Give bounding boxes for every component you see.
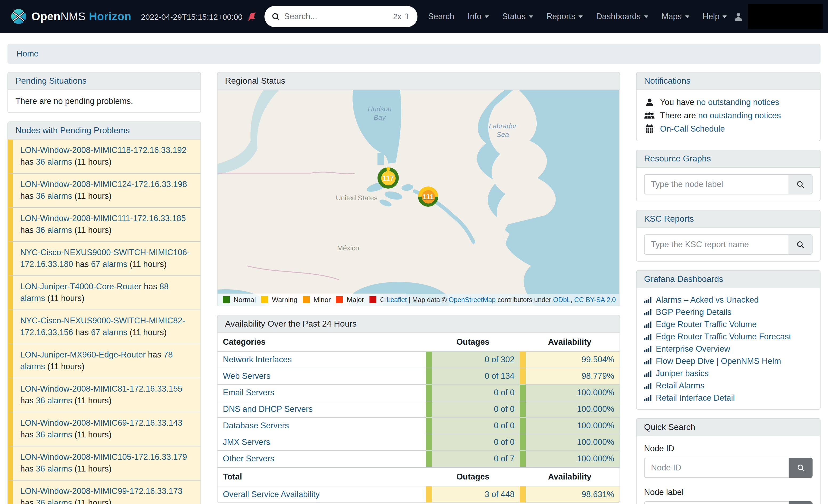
attribution-link[interactable]: OpenStreetMap: [449, 296, 496, 304]
availability-table-header: Categories Outages Availability: [217, 333, 620, 351]
nav-item-info[interactable]: Info: [467, 12, 489, 21]
node-link[interactable]: LON-Juniper-MX960-Edge-Router: [20, 350, 146, 359]
bar-chart-icon: [644, 382, 652, 389]
node-problem-item: LON-Window-2008-MIMIC111-172.16.33.185 h…: [8, 207, 201, 241]
ksc-reports-input[interactable]: [644, 234, 789, 255]
node-link[interactable]: LON-Window-2008-MIMIC118-172.16.33.192: [20, 145, 187, 154]
grafana-dashboard-link[interactable]: Flow Deep Dive | OpenNMS Helm: [656, 356, 781, 366]
navbar: OpenNMSHorizon 2022-04-29T15:15:12+00:00…: [0, 0, 828, 33]
node-link[interactable]: LON-Window-2008-MIMIC81-172.16.33.155: [20, 384, 182, 393]
map-cluster-marker[interactable]: 117: [377, 167, 399, 189]
node-link[interactable]: LON-Juniper-T4000-Core-Router: [20, 282, 141, 291]
breadcrumb: Home: [7, 44, 821, 64]
pending-situations-title: Pending Situations: [8, 73, 201, 90]
calendar-icon: [644, 124, 655, 133]
nav-item-status[interactable]: Status: [502, 12, 533, 21]
availability-row: DNS and DHCP Servers0 of 0100.000%: [217, 401, 620, 417]
alarms-link[interactable]: 36 alarms: [36, 396, 72, 405]
grafana-dashboard-link[interactable]: Edge Router Traffic Volume Forecast: [656, 332, 791, 341]
outages-cell: 3 of 448: [426, 487, 520, 502]
user-notices-link[interactable]: no outstanding notices: [697, 97, 779, 106]
navbar-right: 00 + ⚙⚙: [735, 4, 828, 29]
notifications-title: Notifications: [636, 73, 820, 90]
map-label-labrador: Labrador: [489, 122, 517, 130]
bar-chart-icon: [644, 296, 652, 303]
alarms-link[interactable]: 36 alarms: [36, 157, 72, 166]
grafana-dashboard-link[interactable]: Edge Router Traffic Volume: [656, 319, 757, 329]
node-link[interactable]: LON-Window-2008-MIMIC124-172.16.33.198: [20, 180, 187, 189]
availability-row: JMX Servers0 of 0100.000%: [217, 434, 620, 450]
on-call-schedule-link[interactable]: On-Call Schedule: [660, 124, 725, 133]
alarms-link[interactable]: 67 alarms: [91, 260, 127, 269]
grafana-dashboard-link[interactable]: Juniper basics: [656, 368, 709, 378]
node-link[interactable]: LON-Window-2008-MIMIC99-172.16.33.173: [20, 487, 182, 496]
attribution-link[interactable]: CC BY-SA 2.0: [574, 296, 616, 304]
nav-item-search[interactable]: Search: [428, 12, 454, 21]
chevron-down-icon: [644, 15, 648, 18]
node-link[interactable]: LON-Window-2008-MIMIC105-172.16.33.179: [20, 452, 187, 461]
node-label-input[interactable]: [644, 501, 789, 504]
category-link[interactable]: Web Servers: [223, 371, 271, 381]
grafana-dashboard-link[interactable]: BGP Peering Details: [656, 307, 732, 317]
grafana-dashboard-link[interactable]: Retail Interface Detail: [656, 393, 735, 403]
nav-item-help[interactable]: Help: [702, 12, 727, 21]
legend-label: Major: [347, 296, 364, 304]
outages-cell: 0 of 0: [426, 401, 520, 417]
nav-item-dashboards[interactable]: Dashboards: [596, 12, 648, 21]
attribution-link[interactable]: ODbL: [553, 296, 571, 304]
availability-cell: 100.000%: [520, 451, 620, 467]
outages-cell: 0 of 134: [426, 368, 520, 384]
category-link[interactable]: Overall Service Availability: [223, 490, 320, 499]
alarms-link[interactable]: 36 alarms: [36, 498, 72, 504]
grafana-dashboard-item: Flow Deep Dive | OpenNMS Helm: [644, 355, 813, 367]
user-name-redacted[interactable]: [748, 4, 823, 29]
brand-text: OpenNMSHorizon: [32, 10, 131, 23]
ksc-reports-search-button[interactable]: [789, 234, 813, 255]
map-cluster-marker[interactable]: 111: [418, 186, 438, 207]
alarms-link[interactable]: 36 alarms: [36, 430, 72, 439]
brand[interactable]: OpenNMSHorizon: [11, 8, 131, 25]
node-label-search-button[interactable]: [789, 501, 813, 504]
alarms-link[interactable]: 36 alarms: [36, 225, 72, 234]
alarms-link[interactable]: 36 alarms: [36, 191, 72, 200]
legend-swatch-critical: [370, 296, 376, 303]
user-icon: [735, 12, 743, 21]
resource-graphs-input[interactable]: [644, 174, 789, 194]
global-search-input[interactable]: [284, 12, 389, 21]
node-id-input[interactable]: [644, 458, 789, 478]
grafana-dashboard-item: Edge Router Traffic Volume Forecast: [644, 330, 813, 342]
alarms-link[interactable]: 36 alarms: [36, 464, 72, 473]
all-notices-link[interactable]: no outstanding notices: [698, 110, 781, 120]
node-link[interactable]: LON-Window-2008-MIMIC69-172.16.33.143: [20, 418, 182, 427]
category-link[interactable]: DNS and DHCP Servers: [223, 404, 313, 414]
category-link[interactable]: Database Servers: [223, 421, 289, 430]
availability-cell: 98.631%: [520, 487, 620, 502]
node-problem-item: NYC-Cisco-NEXUS9000-SWITCH-MIMIC82-172.1…: [8, 310, 201, 343]
node-problem-item: LON-Window-2008-MIMIC69-172.16.33.143 ha…: [8, 412, 201, 446]
node-id-search-button[interactable]: [789, 458, 813, 478]
ksc-reports-title: KSC Reports: [636, 211, 820, 228]
cluster-count: 111: [421, 190, 435, 203]
alarms-link[interactable]: 67 alarms: [91, 328, 127, 337]
grafana-dashboard-link[interactable]: Alarms – Acked vs Unacked: [656, 295, 759, 305]
resource-graphs-search-button[interactable]: [789, 174, 813, 194]
grafana-dashboard-link[interactable]: Retail Alarms: [656, 381, 705, 390]
category-link[interactable]: Other Servers: [223, 454, 274, 463]
node-link[interactable]: LON-Window-2008-MIMIC111-172.16.33.185: [20, 214, 186, 223]
node-problem-item: LON-Window-2008-MIMIC105-172.16.33.179 h…: [8, 446, 201, 480]
category-link[interactable]: Email Servers: [223, 388, 274, 398]
map-attribution: Leaflet | Map data © OpenStreetMap contr…: [383, 294, 620, 306]
category-link[interactable]: Network Interfaces: [223, 355, 292, 364]
ksc-reports-search: [644, 234, 813, 255]
node-id-label: Node ID: [644, 444, 813, 453]
grafana-dashboard-link[interactable]: Enterprise Overview: [656, 344, 730, 354]
outages-cell: 0 of 7: [426, 451, 520, 467]
category-link[interactable]: JMX Servers: [223, 438, 270, 447]
notifications-card: Notifications You have no outstanding no…: [636, 72, 821, 141]
attribution-link[interactable]: Leaflet: [387, 296, 407, 304]
breadcrumb-home-link[interactable]: Home: [16, 49, 39, 59]
nav-item-reports[interactable]: Reports: [546, 12, 583, 21]
nav-item-maps[interactable]: Maps: [661, 12, 689, 21]
resource-graphs-card: Resource Graphs: [636, 150, 821, 201]
regional-status-map[interactable]: Hudson Bay Labrador Sea United States Mé…: [217, 90, 620, 306]
